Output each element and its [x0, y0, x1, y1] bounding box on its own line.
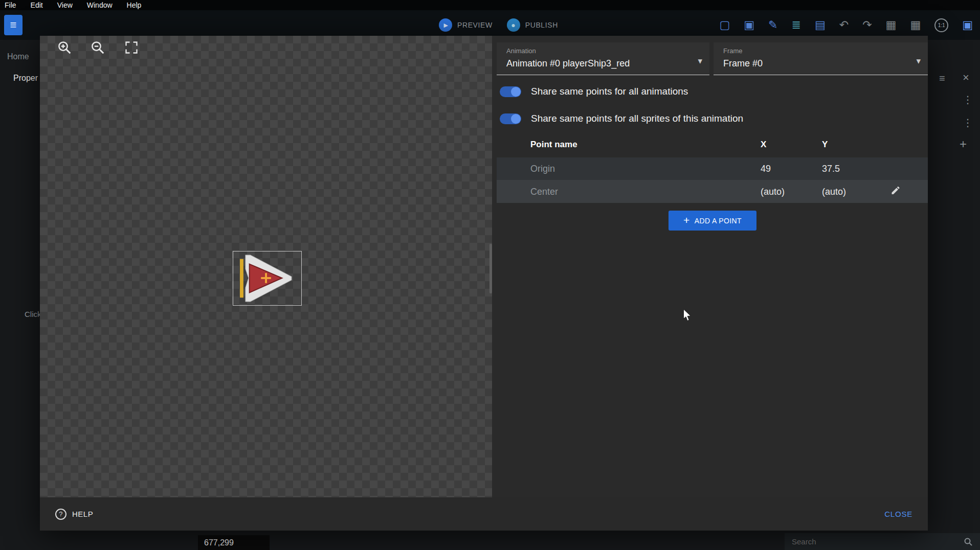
sprite-frame[interactable] — [233, 251, 302, 306]
share-points-all-animations-row: Share same points for all animations — [500, 84, 688, 99]
filter-icon[interactable]: ≡ — [939, 73, 945, 84]
points-table-header: Point name X Y — [497, 140, 928, 153]
search-bar — [785, 533, 980, 550]
more-options-icon[interactable]: ⋮ — [963, 117, 973, 129]
ship-yellow-stripe — [240, 259, 243, 298]
project-manager-icon[interactable]: ≡ — [4, 15, 23, 35]
share-all-sprites-toggle[interactable] — [500, 113, 521, 124]
share-points-all-sprites-row: Share same points for all sprites of thi… — [500, 111, 743, 126]
search-input[interactable] — [792, 537, 964, 546]
point-x-value[interactable]: 49 — [761, 164, 771, 174]
chevron-down-icon: ▾ — [916, 56, 921, 66]
fit-to-screen-icon[interactable] — [123, 39, 140, 56]
animation-select-label: Animation — [506, 47, 702, 55]
sprite-canvas[interactable] — [40, 36, 492, 497]
menu-view[interactable]: View — [57, 1, 73, 9]
header-y: Y — [822, 140, 828, 150]
edit-point-icon[interactable] — [890, 185, 901, 198]
edit-icon[interactable]: ✎ — [768, 18, 777, 32]
panel-close-icon[interactable]: × — [963, 71, 969, 84]
cursor-coordinates: 677,299 — [198, 535, 270, 550]
frame-select-value: Frame #0 — [723, 58, 921, 69]
search-icon — [964, 537, 973, 546]
zoom-1-1-icon[interactable]: 1:1 — [934, 18, 948, 32]
scene-props-icon[interactable]: ▣ — [962, 18, 973, 32]
frame-select-label: Frame — [723, 47, 921, 55]
undo-icon[interactable]: ↶ — [839, 18, 849, 32]
add-a-point-button[interactable]: + ADD A POINT — [669, 211, 756, 231]
publish-button[interactable]: PUBLISH — [525, 21, 558, 29]
tab-properties[interactable]: Proper — [13, 74, 38, 83]
point-name: Origin — [530, 164, 555, 174]
grid-snap-icon[interactable]: ▦ — [910, 18, 921, 32]
object-group-icon[interactable]: ▣ — [744, 18, 754, 32]
point-y-value[interactable]: (auto) — [822, 186, 846, 197]
table-row-origin[interactable]: Origin 49 37.5 — [497, 157, 928, 180]
animation-select-value: Animation #0 playerShip3_red — [506, 58, 702, 69]
chevron-down-icon: ▾ — [698, 56, 702, 66]
menu-window[interactable]: Window — [87, 1, 113, 9]
play-icon[interactable]: ▶ — [439, 18, 452, 32]
background-hint-text: Click — [25, 310, 41, 318]
grid-icon[interactable]: ▦ — [886, 18, 897, 32]
tab-home[interactable]: Home — [7, 52, 29, 61]
help-icon: ? — [55, 509, 66, 520]
menu-edit[interactable]: Edit — [31, 1, 43, 9]
table-row-center[interactable]: Center (auto) (auto) — [497, 180, 928, 203]
redo-icon[interactable]: ↷ — [862, 18, 872, 32]
share-all-sprites-label: Share same points for all sprites of thi… — [531, 113, 743, 124]
menu-help[interactable]: Help — [127, 1, 142, 9]
add-icon[interactable]: + — [960, 137, 967, 151]
menu-bar: File Edit View Window Help — [0, 0, 980, 10]
menu-file[interactable]: File — [5, 1, 16, 9]
edit-points-dialog: Animation Animation #0 playerShip3_red ▾… — [40, 36, 928, 531]
share-all-animations-toggle[interactable] — [500, 86, 521, 97]
header-x: X — [761, 140, 766, 150]
close-button[interactable]: CLOSE — [884, 510, 912, 518]
plus-icon: + — [683, 214, 690, 226]
point-x-value[interactable]: (auto) — [761, 186, 785, 197]
canvas-scrollbar-thumb[interactable] — [489, 244, 492, 293]
point-name: Center — [530, 186, 558, 197]
add-a-point-label: ADD A POINT — [695, 217, 742, 225]
zoom-in-icon[interactable] — [56, 39, 73, 56]
point-y-value[interactable]: 37.5 — [822, 164, 840, 174]
object-icon[interactable]: ▢ — [719, 18, 730, 32]
animation-select[interactable]: Animation Animation #0 playerShip3_red ▾ — [497, 42, 709, 75]
help-label: HELP — [72, 510, 93, 518]
panel-icon[interactable]: ▤ — [815, 18, 826, 32]
frame-select[interactable]: Frame Frame #0 ▾ — [714, 42, 928, 75]
header-point-name: Point name — [530, 140, 577, 150]
preview-button[interactable]: PREVIEW — [457, 21, 493, 29]
more-options-icon[interactable]: ⋮ — [963, 94, 973, 106]
share-all-animations-label: Share same points for all animations — [531, 86, 688, 97]
zoom-out-icon[interactable] — [89, 39, 106, 56]
player-ship-sprite — [233, 251, 301, 305]
help-button[interactable]: ? HELP — [55, 509, 93, 520]
list-icon[interactable]: ≣ — [792, 18, 801, 32]
publish-icon[interactable]: ● — [507, 18, 520, 32]
dialog-footer: ? HELP CLOSE — [40, 497, 928, 531]
